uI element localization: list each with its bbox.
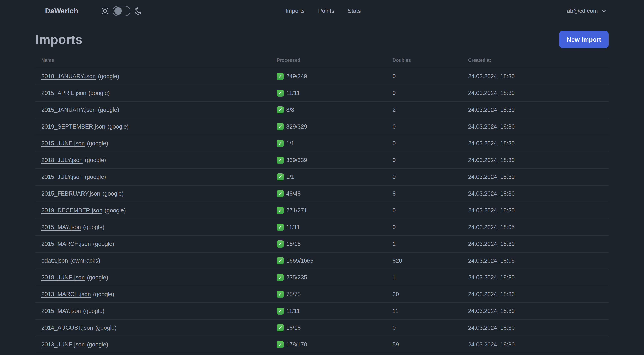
processed-count: 1/1 (286, 174, 294, 180)
nav-link-imports[interactable]: Imports (286, 8, 305, 14)
import-source: (google) (85, 174, 106, 180)
doubles-count: 8 (392, 190, 468, 197)
check-icon (277, 106, 284, 113)
check-icon (277, 207, 284, 214)
table-header: Name Processed Doubles Created at (36, 52, 608, 68)
page-title: Imports (36, 32, 82, 47)
doubles-count: 1 (392, 241, 468, 247)
app-logo[interactable]: DaWarIch (45, 7, 78, 15)
check-icon (277, 140, 284, 147)
doubles-count: 0 (392, 157, 468, 164)
import-file-link[interactable]: 2018_JANUARY.json (41, 73, 96, 80)
nav-link-stats[interactable]: Stats (348, 8, 361, 14)
import-file-link[interactable]: 2015_JANUARY.json (41, 106, 96, 113)
import-file-link[interactable]: 2013_MARCH.json (41, 291, 91, 298)
created-at: 24.03.2024, 18:30 (468, 157, 608, 164)
doubles-count: 1 (392, 274, 468, 281)
nav-link-points[interactable]: Points (318, 8, 334, 14)
check-icon (277, 123, 284, 130)
import-file-link[interactable]: 2014_AUGUST.json (41, 325, 93, 331)
doubles-count: 820 (392, 257, 468, 264)
import-file-link[interactable]: 2013_JUNE.json (41, 341, 85, 348)
processed-count: 271/271 (286, 207, 307, 214)
table-row: 2013_MARCH.json(google)75/752024.03.2024… (36, 286, 608, 303)
table-row: 2013_JUNE.json(google)178/1785924.03.202… (36, 336, 608, 353)
processed-count: 11/11 (286, 308, 300, 314)
import-source: (google) (98, 73, 119, 80)
table-row: 2019_SEPTEMBER.json(google)329/329024.03… (36, 118, 608, 135)
check-icon (277, 90, 284, 97)
created-at: 24.03.2024, 18:30 (468, 73, 608, 80)
doubles-count: 11 (392, 308, 468, 314)
import-source: (google) (93, 291, 114, 298)
created-at: 24.03.2024, 18:05 (468, 224, 608, 231)
import-source: (google) (93, 241, 114, 247)
table-row: 2018_JANUARY.json(google)249/249024.03.2… (36, 68, 608, 85)
created-at: 24.03.2024, 18:30 (468, 90, 608, 96)
new-import-button[interactable]: New import (559, 31, 608, 48)
table-row: 2018_JULY.json(google)339/339024.03.2024… (36, 152, 608, 169)
check-icon (277, 190, 284, 197)
doubles-count: 0 (392, 325, 468, 331)
theme-toggle-knob (114, 7, 122, 15)
created-at: 24.03.2024, 18:05 (468, 257, 608, 264)
check-icon (277, 173, 284, 180)
imports-page: Imports New import Name Processed Double… (0, 30, 644, 355)
check-icon (277, 274, 284, 281)
table-row: 2015_MARCH.json(google)15/15124.03.2024,… (36, 236, 608, 253)
processed-count: 18/18 (286, 325, 301, 331)
import-file-link[interactable]: 2015_JULY.json (41, 174, 82, 180)
doubles-count: 59 (392, 341, 468, 348)
import-source: (google) (87, 274, 108, 281)
created-at: 24.03.2024, 18:30 (468, 291, 608, 298)
processed-count: 48/48 (286, 190, 301, 197)
created-at: 24.03.2024, 18:30 (468, 174, 608, 180)
created-at: 24.03.2024, 18:30 (468, 325, 608, 331)
import-file-link[interactable]: 2019_DECEMBER.json (41, 207, 102, 214)
processed-count: 339/339 (286, 157, 307, 164)
import-file-link[interactable]: 2015_MAY.json (41, 224, 81, 231)
theme-toggle[interactable] (112, 6, 130, 16)
created-at: 24.03.2024, 18:30 (468, 274, 608, 281)
navbar: DaWarIch ImportsPointsStats (0, 0, 644, 22)
import-file-link[interactable]: 2015_JUNE.json (41, 140, 85, 147)
check-icon (277, 224, 284, 231)
processed-count: 178/178 (286, 341, 307, 348)
import-file-link[interactable]: 2015_APRIL.json (41, 90, 86, 96)
sun-icon (100, 7, 109, 15)
created-at: 24.03.2024, 18:30 (468, 140, 608, 147)
table-row: 2015_JUNE.json(google)1/1024.03.2024, 18… (36, 135, 608, 152)
import-source: (google) (87, 341, 108, 348)
user-menu[interactable]: ab@cd.com (567, 8, 607, 14)
import-file-link[interactable]: 2018_JULY.json (41, 157, 82, 164)
import-source: (google) (83, 224, 104, 231)
created-at: 24.03.2024, 18:30 (468, 341, 608, 348)
import-file-link[interactable]: 2015_FEBRUARY.json (41, 190, 100, 197)
import-source: (google) (108, 123, 129, 130)
doubles-count: 2 (392, 106, 468, 113)
processed-count: 75/75 (286, 291, 301, 298)
import-source: (google) (102, 190, 124, 197)
table-row: 2015_FEBRUARY.json(google)48/48824.03.20… (36, 186, 608, 202)
doubles-count: 0 (392, 207, 468, 214)
table-row-partial (36, 353, 608, 355)
import-file-link[interactable]: 2019_SEPTEMBER.json (41, 123, 105, 130)
import-file-link[interactable]: 2015_MAY.json (41, 308, 81, 314)
created-at: 24.03.2024, 18:30 (468, 123, 608, 130)
table-row: 2015_JULY.json(google)1/1024.03.2024, 18… (36, 169, 608, 186)
import-source: (google) (85, 157, 106, 164)
import-file-link[interactable]: 2015_MARCH.json (41, 241, 91, 247)
import-source: (google) (88, 90, 110, 96)
column-header-processed: Processed (277, 57, 392, 63)
import-source: (google) (83, 308, 104, 314)
processed-count: 15/15 (286, 241, 301, 247)
theme-toggle-group (100, 6, 142, 16)
created-at: 24.03.2024, 18:30 (468, 207, 608, 214)
user-email: ab@cd.com (567, 8, 598, 14)
import-source: (owntracks) (70, 257, 100, 264)
column-header-created-at: Created at (468, 57, 608, 63)
processed-count: 249/249 (286, 73, 307, 80)
import-file-link[interactable]: odata.json (41, 257, 68, 264)
import-file-link[interactable]: 2018_JUNE.json (41, 274, 85, 281)
import-source: (google) (98, 106, 119, 113)
